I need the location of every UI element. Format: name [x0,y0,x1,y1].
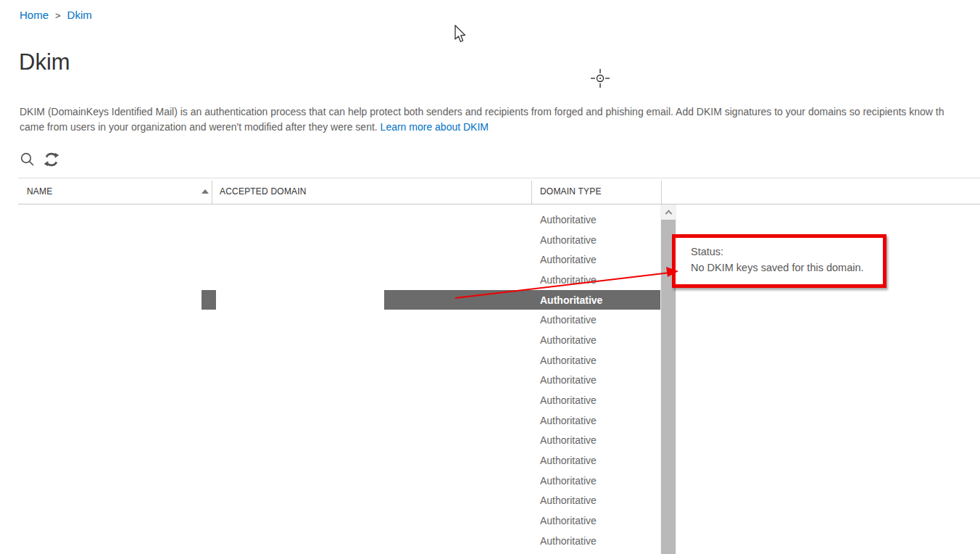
table-header: NAME ACCEPTED DOMAIN DOMAIN TYPE [18,178,980,204]
domain-type-cell: Authoritative [540,234,597,246]
domain-type-cell: Authoritative [540,214,597,226]
breadcrumb: Home>Dkim [20,9,92,21]
breadcrumb-home-link[interactable]: Home [20,9,49,21]
description-line-1: DKIM (DomainKeys Identified Mail) is an … [20,104,980,120]
table-row[interactable]: Authoritative [0,390,980,410]
domain-type-cell: Authoritative [540,394,597,406]
sort-ascending-icon [202,189,209,194]
table-row[interactable]: Authoritative [0,510,980,531]
selected-row-highlight [384,290,661,310]
column-header-domain-type[interactable]: DOMAIN TYPE [540,186,602,197]
table-row[interactable]: Authoritative [0,210,980,230]
mouse-cursor-icon [455,25,465,42]
domain-type-cell: Authoritative [540,515,597,526]
column-divider [531,181,532,204]
domain-type-cell: Authoritative [540,254,597,265]
scroll-up-button[interactable] [660,204,676,219]
table-row[interactable]: Authoritative [0,350,980,371]
page-title: Dkim [19,49,70,75]
domain-type-cell: Authoritative [540,495,597,506]
domain-type-cell: Authoritative [540,455,597,466]
chevron-up-icon [665,210,672,217]
breadcrumb-separator: > [55,10,61,21]
domain-type-cell: Authoritative [540,314,597,326]
refresh-icon [43,151,60,168]
breadcrumb-current-link[interactable]: Dkim [67,9,92,21]
selected-row-highlight [202,290,216,310]
toolbar [19,151,60,168]
table-row[interactable]: Authoritative [0,330,980,350]
table-row[interactable]: Authoritative [0,371,980,391]
column-divider [661,181,662,204]
domain-type-cell: Authoritative [540,535,597,547]
search-icon [19,151,36,168]
learn-more-link[interactable]: Learn more about DKIM [381,121,489,133]
description-line-2-text: came from users in your organization and… [20,121,381,133]
status-label: Status: [691,244,883,260]
domain-type-cell: Authoritative [540,374,597,386]
column-divider [212,181,212,204]
domain-type-cell: Authoritative [540,434,597,446]
refresh-button[interactable] [43,151,60,168]
column-header-accepted-domain[interactable]: ACCEPTED DOMAIN [220,186,307,197]
search-button[interactable] [19,151,36,168]
status-message: No DKIM keys saved for this domain. [691,260,883,276]
domain-type-cell: Authoritative [540,475,597,487]
domain-type-cell: Authoritative [540,274,597,286]
table-row[interactable]: Authoritative [0,531,980,551]
domain-type-cell: Authoritative [540,355,597,366]
description-line-2: came from users in your organization and… [20,120,980,135]
crosshair-icon [591,69,610,88]
domain-type-cell: Authoritative [540,415,597,426]
table-row[interactable]: Authoritative [0,310,980,330]
column-header-name[interactable]: NAME [27,186,52,197]
page-description: DKIM (DomainKeys Identified Mail) is an … [20,104,980,135]
table-row[interactable]: Authoritative [0,290,980,310]
domain-type-cell: Authoritative [540,294,602,306]
table-row[interactable]: Authoritative [0,491,980,511]
domain-type-cell: Authoritative [540,334,597,346]
table-row[interactable]: Authoritative [0,431,980,451]
table-row[interactable]: Authoritative [0,450,980,471]
status-callout: Status: No DKIM keys saved for this doma… [672,234,886,288]
table-row[interactable]: Authoritative [0,410,980,431]
table-row[interactable]: Authoritative [0,471,980,491]
